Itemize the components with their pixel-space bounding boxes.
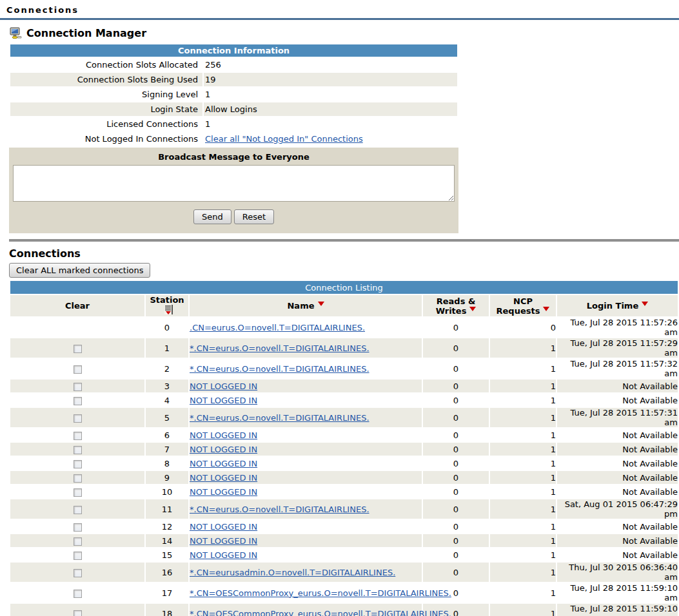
connection-name-link[interactable]: NOT LOGGED IN — [190, 536, 257, 546]
connection-name-link[interactable]: NOT LOGGED IN — [190, 473, 257, 483]
info-row: Licensed Connections1 — [10, 117, 457, 131]
info-row: Not Logged In ConnectionsClear all "Not … — [10, 132, 457, 146]
clear-connection-checkbox[interactable] — [74, 414, 82, 423]
clear-cell — [10, 443, 144, 456]
reads-writes-cell: 0 — [423, 485, 489, 498]
connection-name-link[interactable]: NOT LOGGED IN — [190, 487, 257, 497]
sort-desc-icon[interactable] — [543, 307, 549, 311]
login-time-cell: Not Available — [557, 485, 678, 498]
clear-connection-checkbox[interactable] — [74, 474, 82, 483]
station-cell: 15 — [146, 548, 188, 561]
name-cell: *.CN=eurus.O=novell.T=DIGITALAIRLINES. — [190, 338, 422, 358]
table-row: 7 NOT LOGGED IN 0 1 Not Available — [10, 443, 678, 456]
clear-connection-checkbox[interactable] — [74, 397, 82, 405]
login-time-cell: Tue, Jul 28 2015 11:57:31 am — [557, 408, 678, 427]
col-header-reads-writes[interactable]: Reads & Writes — [423, 295, 489, 316]
clear-all-marked-top-button[interactable]: Clear ALL marked connections — [9, 263, 150, 278]
clear-cell — [10, 604, 144, 616]
connection-name-link[interactable]: NOT LOGGED IN — [190, 381, 257, 391]
ncp-requests-cell: 1 — [490, 563, 556, 582]
clear-connection-checkbox[interactable] — [74, 552, 82, 560]
reads-writes-cell: 0 — [423, 520, 489, 533]
col-header-name[interactable]: Name — [190, 295, 422, 316]
login-time-cell: Tue, Jul 28 2015 11:59:10 am — [557, 583, 678, 602]
sort-desc-icon[interactable] — [469, 307, 476, 311]
login-time-cell: Not Available — [557, 534, 678, 547]
connection-name-link[interactable]: NOT LOGGED IN — [190, 522, 257, 532]
station-cell: 16 — [146, 563, 188, 582]
station-cell: 11 — [146, 499, 188, 519]
clear-cell — [10, 457, 144, 470]
sort-desc-icon[interactable] — [318, 302, 324, 306]
station-cell: 10 — [146, 485, 188, 498]
reads-writes-cell: 0 — [423, 380, 489, 392]
sort-desc-icon[interactable] — [642, 302, 648, 306]
connection-info-header: Connection Information — [10, 44, 457, 57]
reads-writes-cell: 0 — [423, 563, 489, 582]
clear-connection-checkbox[interactable] — [74, 383, 82, 391]
connection-name-link[interactable]: *.CN=eurus.O=novell.T=DIGITALAIRLINES. — [190, 364, 369, 374]
clear-connection-checkbox[interactable] — [74, 488, 82, 497]
reads-writes-cell: 0 — [423, 428, 489, 441]
col-header-ncp-requests[interactable]: NCP Requests — [490, 295, 556, 316]
reads-writes-cell: 0 — [423, 394, 489, 407]
table-row: 16 *.CN=eurusadmin.O=novell.T=DIGITALAIR… — [10, 563, 678, 582]
clear-connection-checkbox[interactable] — [74, 432, 82, 440]
ncp-requests-cell: 1 — [490, 380, 556, 392]
connection-name-link[interactable]: NOT LOGGED IN — [190, 396, 257, 405]
clear-connection-checkbox[interactable] — [74, 345, 82, 353]
connection-name-link[interactable]: *.CN=eurus.O=novell.T=DIGITALAIRLINES. — [190, 343, 369, 353]
info-row: Login StateAllow Logins — [10, 102, 457, 116]
login-time-cell: Not Available — [557, 394, 678, 407]
clear-cell — [10, 485, 144, 498]
station-sort-icon[interactable] — [164, 305, 173, 316]
ncp-requests-cell: 1 — [490, 485, 556, 498]
clear-connection-checkbox[interactable] — [74, 590, 82, 598]
connection-name-link[interactable]: *.CN=OESCommonProxy_eurus.O=novell.T=DIG… — [190, 588, 451, 598]
clear-connection-checkbox[interactable] — [74, 506, 82, 514]
clear-connection-checkbox[interactable] — [74, 610, 82, 616]
col-header-station[interactable]: Station — [146, 295, 188, 316]
clear-not-logged-in-link[interactable]: Clear all "Not Logged In" Connections — [205, 134, 363, 144]
connection-name-link[interactable]: NOT LOGGED IN — [190, 550, 257, 560]
connection-name-link[interactable]: NOT LOGGED IN — [190, 459, 257, 468]
connection-name-link[interactable]: *.CN=eurus.O=novell.T=DIGITALAIRLINES. — [190, 413, 369, 423]
connection-name-link[interactable]: NOT LOGGED IN — [190, 430, 257, 440]
clear-connection-checkbox[interactable] — [74, 523, 82, 532]
send-button[interactable]: Send — [193, 209, 231, 224]
connection-name-link[interactable]: *.CN=eurus.O=novell.T=DIGITALAIRLINES. — [190, 505, 369, 514]
connections-heading: Connections — [9, 247, 679, 260]
reads-writes-cell: 0 — [423, 457, 489, 470]
clear-cell — [10, 408, 144, 427]
col-header-clear: Clear — [10, 295, 144, 316]
clear-connection-checkbox[interactable] — [74, 365, 82, 374]
table-row: 17 *.CN=OESCommonProxy_eurus.O=novell.T=… — [10, 583, 678, 602]
clear-connection-checkbox[interactable] — [74, 569, 82, 577]
clear-connection-checkbox[interactable] — [74, 446, 82, 454]
station-cell: 0 — [146, 318, 188, 337]
info-label: Connection Slots Allocated — [10, 58, 202, 72]
broadcast-message-textarea[interactable] — [13, 165, 455, 202]
name-cell: *.CN=OESCommonProxy_eurus.O=novell.T=DIG… — [190, 604, 422, 616]
reset-button[interactable]: Reset — [234, 209, 274, 224]
info-value[interactable]: Clear all "Not Logged In" Connections — [204, 132, 457, 146]
station-cell: 1 — [146, 338, 188, 358]
station-cell: 6 — [146, 428, 188, 441]
clear-connection-checkbox[interactable] — [74, 460, 82, 468]
ncp-requests-cell: 1 — [490, 499, 556, 519]
info-label: Not Logged In Connections — [10, 132, 202, 146]
login-time-cell: Tue, Jul 28 2015 11:57:29 am — [557, 338, 678, 358]
connection-name-link[interactable]: *.CN=eurusadmin.O=novell.T=DIGITALAIRLIN… — [190, 568, 395, 577]
station-cell: 14 — [146, 534, 188, 547]
connection-name-link[interactable]: NOT LOGGED IN — [190, 445, 257, 454]
station-cell: 12 — [146, 520, 188, 533]
station-cell: 9 — [146, 471, 188, 484]
clear-connection-checkbox[interactable] — [74, 537, 82, 546]
connection-name-link[interactable]: *.CN=OESCommonProxy_eurus.O=novell.T=DIG… — [190, 609, 451, 616]
reads-writes-cell: 0 — [423, 338, 489, 358]
ncp-requests-cell: 1 — [490, 534, 556, 547]
clear-cell — [10, 394, 144, 407]
reads-writes-cell: 0 — [423, 499, 489, 519]
col-header-login-time[interactable]: Login Time — [557, 295, 678, 316]
connection-name-link[interactable]: .CN=eurus.O=novell.T=DIGITALAIRLINES. — [190, 323, 365, 332]
